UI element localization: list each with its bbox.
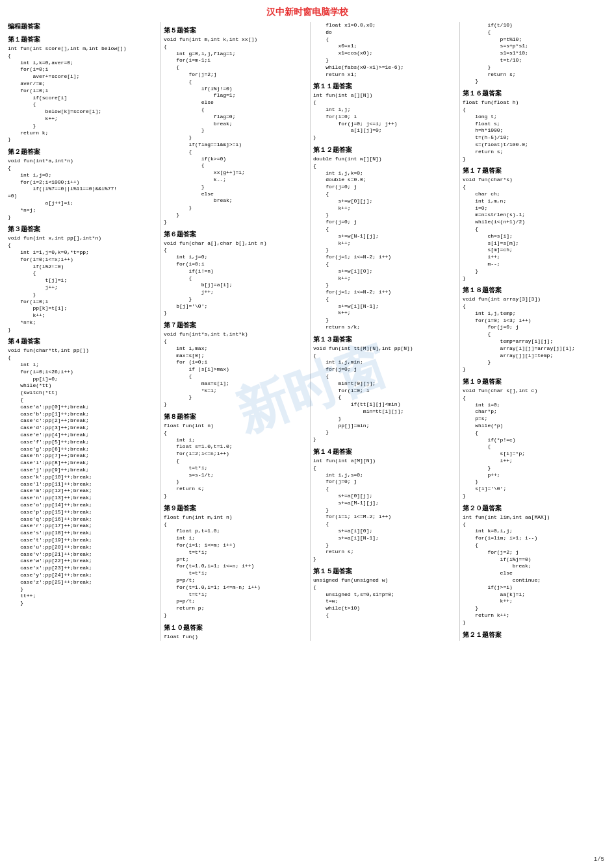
section-title-19: 第１９题答案 (463, 377, 606, 386)
code-10-cont: float x1=0.0,x0; do { x0=x1; x1=cos(x0);… (313, 22, 457, 78)
code-12: double fun(int w[][N]) { int i,j,k=0; do… (313, 156, 457, 331)
code-13: void fun(int tt[M][N],int pp[N]) { int i… (313, 345, 457, 443)
section-title-13: 第１３题答案 (313, 335, 457, 344)
code-4: void fun(char*tt,int pp[]) { int i; for(… (8, 347, 158, 606)
code-8: float fun(int n) { int i; float s=1.0,t=… (164, 423, 307, 500)
code-11: int fun(int a[][N]) { int i,j; for(i=0; … (313, 92, 457, 142)
section-title-5: 第５题答案 (164, 26, 307, 35)
code-7: void fun(int*s,int t,int*k) { int i,max;… (164, 331, 307, 408)
section-title-4: 第４题答案 (8, 337, 158, 346)
code-3: void fun(int x,int pp[],int*n) { int i=1… (8, 235, 158, 333)
section-title-8: 第８题答案 (164, 412, 307, 421)
page-title: 汉中新时窗电脑学校 (5, 6, 609, 18)
col1-header: 编程题答案 (8, 22, 158, 31)
code-17: void fun(char*s) { char ch; int i,m,n; i… (463, 177, 606, 282)
column-2: 第５题答案 void fun(int m,int k,int xx[]) { i… (161, 22, 311, 641)
code-19: void fun(char s[],int c) { int i=0; char… (463, 388, 606, 500)
code-14: int fun(int a[M][N]) { int i,j,s=0; for(… (313, 458, 457, 563)
section-title-16: 第１６题答案 (463, 89, 606, 98)
code-15-cont: if(t/10) { p=t%10; s=s+p*s1; s1=s1*10; t… (463, 22, 606, 85)
code-20: int fun(int lim,int aa[MAX]) { int k=0,i… (463, 514, 606, 626)
section-title-14: 第１４题答案 (313, 447, 457, 456)
code-15: unsigned fun(unsigned w) { unsigned t,s=… (313, 577, 457, 619)
section-title-1: 第１题答案 (8, 35, 158, 44)
page: 新时窗 汉中新时窗电脑学校 编程题答案 第１题答案 int fun(int sc… (0, 0, 614, 868)
page-header: 汉中新时窗电脑学校 (5, 6, 609, 18)
section-title-6: 第６题答案 (164, 230, 307, 239)
section-title-18: 第１８题答案 (463, 286, 606, 295)
section-title-17: 第１７题答案 (463, 166, 606, 175)
page-number: 1/5 (594, 856, 604, 863)
code-18: void fun(int array[3][3]) { int i,j,temp… (463, 296, 606, 373)
section-title-12: 第１２题答案 (313, 145, 457, 155)
section-title-20: 第２０题答案 (463, 504, 606, 513)
code-10: float fun() (164, 634, 307, 641)
section-title-11: 第１１题答案 (313, 82, 457, 91)
column-4: if(t/10) { p=t%10; s=s+p*s1; s1=s1*10; t… (460, 22, 609, 641)
code-16: float fun(float h) { long t; float s; h=… (463, 99, 606, 162)
column-3: float x1=0.0,x0; do { x0=x1; x1=cos(x0);… (311, 22, 460, 641)
section-title-21: 第２１题答案 (463, 630, 606, 639)
column-1: 编程题答案 第１题答案 int fun(int score[],int m,in… (5, 22, 161, 641)
code-6: void fun(char a[],char b[],int n) { int … (164, 240, 307, 317)
code-1: int fun(int score[],int m,int below[]) {… (8, 45, 158, 143)
section-title-7: 第７题答案 (164, 321, 307, 330)
section-title-15: 第１５题答案 (313, 567, 457, 576)
code-9: float fun(int m,int n) { float p,t=1.0; … (164, 514, 307, 619)
section-title-2: 第２题答案 (8, 147, 158, 156)
content-area: 编程题答案 第１题答案 int fun(int score[],int m,in… (5, 22, 609, 641)
section-title-3: 第３题答案 (8, 225, 158, 234)
code-5: void fun(int m,int k,int xx[]) { int g=0… (164, 36, 307, 226)
code-2: void fun(int*a,int*n) { int i,j=0; for(i… (8, 158, 158, 221)
section-title-9: 第９题答案 (164, 504, 307, 513)
section-title-10: 第１０题答案 (164, 623, 307, 632)
